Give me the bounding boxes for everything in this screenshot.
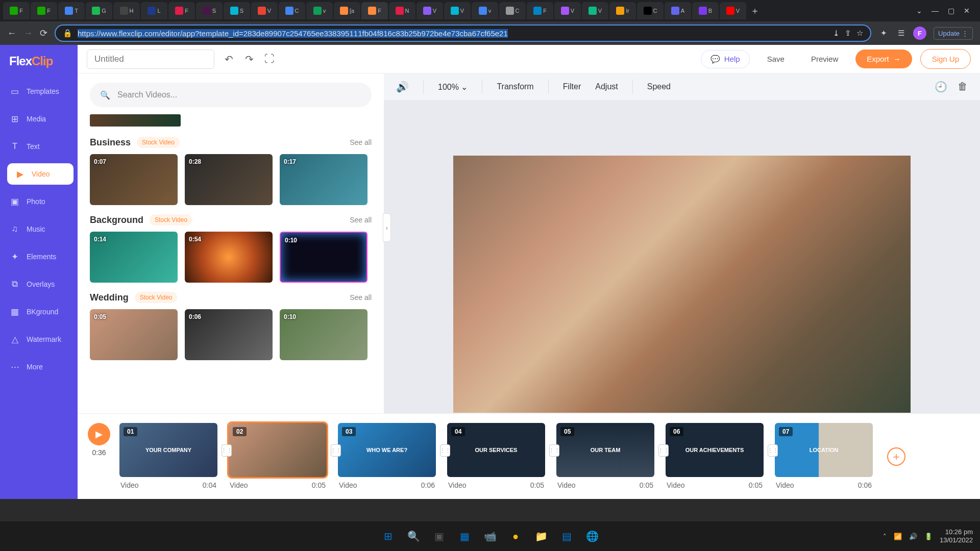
close-icon[interactable]: ✕ — [964, 7, 970, 15]
taskbar-app[interactable]: ▦ — [455, 527, 474, 546]
browser-tab[interactable]: C — [279, 2, 305, 19]
sidebar-item-bkground[interactable]: ▦BKground — [0, 298, 78, 325]
previous-category-thumb[interactable] — [90, 114, 181, 127]
sidebar-item-music[interactable]: ♫Music — [0, 215, 78, 243]
update-button[interactable]: Update⋮ — [934, 27, 973, 40]
browser-tab[interactable]: F — [3, 2, 30, 19]
url-bar[interactable]: 🔒 https://www.flexclip.com/editor/app?te… — [55, 24, 871, 42]
bookmark-icon[interactable]: ☆ — [856, 29, 863, 38]
wifi-icon[interactable]: 📶 — [894, 533, 902, 540]
timeline-clip[interactable]: ⋮⋮06OUR ACHIEVEMENTSVideo0:05 — [666, 423, 764, 489]
extensions-icon[interactable]: ✦ — [878, 29, 889, 38]
help-button[interactable]: 💬Help — [701, 50, 750, 68]
browser-tab[interactable]: C — [499, 2, 526, 19]
browser-tab[interactable]: L — [141, 2, 167, 19]
tool-adjust[interactable]: Adjust — [595, 82, 618, 91]
stock-video-badge[interactable]: Stock Video — [135, 292, 178, 303]
browser-tab[interactable]: F — [361, 2, 388, 19]
video-canvas[interactable] — [453, 156, 911, 413]
transition-button[interactable]: ⋮⋮ — [222, 444, 232, 457]
zoom-dropdown[interactable]: 100% ⌄ — [438, 82, 468, 92]
browser-tab[interactable]: F — [31, 2, 57, 19]
sidebar-item-video[interactable]: ▶Video — [7, 163, 74, 185]
see-all-link[interactable]: See all — [350, 138, 372, 146]
fullscreen-icon[interactable]: ⛶ — [263, 53, 276, 65]
taskbar-app[interactable]: ▣ — [429, 527, 449, 546]
delete-icon[interactable]: 🗑 — [958, 81, 968, 93]
transition-button[interactable]: ⋮⋮ — [440, 444, 450, 457]
taskbar-app[interactable]: ● — [506, 527, 525, 546]
video-thumbnail[interactable]: 0:05 — [90, 309, 178, 360]
sidebar-item-overlays[interactable]: ⧉Overlays — [0, 270, 78, 298]
sidebar-item-watermark[interactable]: △Watermark — [0, 325, 78, 353]
browser-tab[interactable]: v — [472, 2, 498, 19]
search-input[interactable]: 🔍 Search Videos... — [90, 83, 372, 107]
timeline-play-button[interactable]: ▶ — [88, 423, 110, 445]
sidebar-item-more[interactable]: ⋯More — [0, 353, 78, 381]
stock-video-badge[interactable]: Stock Video — [150, 214, 192, 226]
video-thumbnail[interactable]: 0:54 — [185, 232, 273, 283]
sidebar-item-elements[interactable]: ✦Elements — [0, 243, 78, 270]
browser-tab[interactable]: G — [86, 2, 112, 19]
browser-tab[interactable]: V — [251, 2, 278, 19]
clock[interactable]: 10:26 pm13/01/2022 — [940, 528, 973, 544]
export-button[interactable]: Export→ — [855, 49, 912, 68]
redo-icon[interactable]: ↷ — [243, 53, 255, 65]
share-icon[interactable]: ⇪ — [845, 29, 851, 38]
back-icon[interactable]: ← — [7, 28, 16, 39]
browser-tab[interactable]: [a — [334, 2, 360, 19]
sidebar-item-media[interactable]: ⊞Media — [0, 105, 78, 133]
reload-icon[interactable]: ⟳ — [40, 28, 47, 39]
chevron-down-icon[interactable]: ⌄ — [916, 7, 922, 15]
timeline-clip[interactable]: ⋮⋮05OUR TEAMVideo0:05 — [556, 423, 654, 489]
browser-tab[interactable]: S — [224, 2, 250, 19]
tool-speed[interactable]: Speed — [647, 82, 671, 91]
video-thumbnail[interactable]: 0:10 — [280, 232, 368, 283]
see-all-link[interactable]: See all — [350, 216, 372, 224]
video-thumbnail[interactable]: 0:14 — [90, 232, 178, 283]
browser-tab[interactable]: C — [637, 2, 664, 19]
timeline-clip[interactable]: 01YOUR COMPANYVideo0:04 — [119, 423, 217, 489]
browser-tab[interactable]: v — [306, 2, 333, 19]
browser-tab[interactable]: V — [720, 2, 746, 19]
video-thumbnail[interactable]: 0:28 — [185, 154, 273, 205]
timeline-clip[interactable]: ⋮⋮03WHO WE ARE?Video0:06 — [338, 423, 436, 489]
history-icon[interactable]: 🕘 — [935, 81, 947, 93]
tool-transform[interactable]: Transform — [497, 82, 533, 91]
undo-icon[interactable]: ↶ — [223, 53, 235, 65]
taskbar-app[interactable]: 📁 — [531, 527, 551, 546]
video-thumbnail[interactable]: 0:10 — [280, 309, 368, 360]
browser-tab[interactable]: V — [554, 2, 581, 19]
volume-icon[interactable]: 🔊 — [396, 81, 409, 93]
sidebar-item-text[interactable]: TText — [0, 133, 78, 160]
transition-button[interactable]: ⋮⋮ — [658, 444, 669, 457]
tray-chevron-icon[interactable]: ˄ — [883, 533, 887, 540]
add-clip-button[interactable]: ＋ — [887, 447, 905, 466]
video-thumbnail[interactable]: 0:07 — [90, 154, 178, 205]
browser-tab[interactable]: V — [416, 2, 443, 19]
browser-tab[interactable]: Ir — [609, 2, 636, 19]
video-thumbnail[interactable]: 0:17 — [280, 154, 368, 205]
save-button[interactable]: Save — [758, 51, 794, 67]
battery-icon[interactable]: 🔋 — [924, 533, 933, 540]
minimize-icon[interactable]: — — [932, 7, 939, 15]
taskbar-app[interactable]: ▤ — [557, 527, 576, 546]
forward-icon[interactable]: → — [23, 28, 33, 39]
taskbar-app[interactable]: 📹 — [480, 527, 500, 546]
preview-button[interactable]: Preview — [802, 51, 847, 67]
install-icon[interactable]: ⤓ — [833, 29, 840, 38]
browser-tab[interactable]: B — [692, 2, 719, 19]
taskbar-app[interactable]: ⊞ — [378, 527, 398, 546]
browser-tab[interactable]: F — [168, 2, 195, 19]
browser-tab[interactable]: V — [582, 2, 608, 19]
new-tab-button[interactable]: ＋ — [747, 5, 763, 17]
transition-button[interactable]: ⋮⋮ — [331, 444, 341, 457]
timeline-clip[interactable]: ⋮⋮07LOCATIONVideo0:06 — [775, 423, 873, 489]
sound-icon[interactable]: 🔊 — [909, 533, 917, 540]
timeline-clip[interactable]: ⋮⋮02Video0:05 — [229, 423, 327, 489]
tool-filter[interactable]: Filter — [563, 82, 581, 91]
taskbar-app[interactable]: 🌐 — [582, 527, 602, 546]
browser-tab[interactable]: T — [58, 2, 85, 19]
browser-tab[interactable]: H — [113, 2, 140, 19]
sidebar-item-photo[interactable]: ▣Photo — [0, 188, 78, 215]
